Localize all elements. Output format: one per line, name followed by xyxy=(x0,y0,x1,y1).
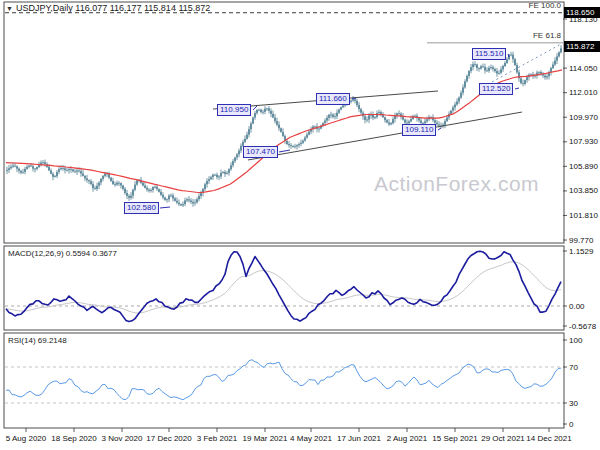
rsi-axis-label: 0 xyxy=(569,420,573,429)
date-axis-label: 4 May 2021 xyxy=(290,434,332,443)
rsi-axis-label: 70 xyxy=(569,363,578,372)
price-flag: 110.950 xyxy=(217,104,251,116)
price-flag: 111.660 xyxy=(316,93,350,105)
price-axis-label: 112.010 xyxy=(569,88,597,97)
date-axis-label: 17 Dec 2020 xyxy=(146,434,191,443)
date-axis-label: 3 Feb 2021 xyxy=(197,434,237,443)
macd-pane-title: MACD(12,26,9) 0.5594 0.3677 xyxy=(8,249,117,258)
trading-chart-window: ▼USDJPY,Daily 116.077 116.177 115.814 11… xyxy=(0,0,600,450)
panel-frames xyxy=(4,2,564,428)
date-axis-label: 3 Nov 2020 xyxy=(102,434,143,443)
rsi-pane xyxy=(5,360,563,403)
price-badge: 118.650 xyxy=(564,7,600,18)
macd-main-line xyxy=(6,251,561,321)
macd-axis-label: 1.1529 xyxy=(569,247,593,256)
watermark: ActionForex.com xyxy=(374,172,539,196)
price-flag: 112.520 xyxy=(479,83,513,95)
price-flag: 115.510 xyxy=(472,48,506,60)
macd-pane xyxy=(5,251,563,321)
price-flag: 109.110 xyxy=(402,124,436,136)
price-axis-label: 109.970 xyxy=(569,113,598,122)
price-flag: 107.470 xyxy=(243,146,278,158)
symbol-ohlc-label: USDJPY,Daily 116.077 116.177 115.814 115… xyxy=(16,3,210,13)
fib-expansion-label: FE 100.0 xyxy=(529,1,561,10)
macd-axis-label: 0.00 xyxy=(569,302,585,311)
price-flag: 102.580 xyxy=(124,202,159,214)
date-axis-label: 29 Oct 2021 xyxy=(481,434,525,443)
price-axis-label: 105.890 xyxy=(569,162,598,171)
date-axis-label: 18 Sep 2020 xyxy=(51,434,96,443)
symbol-title-bar: ▼USDJPY,Daily 116.077 116.177 115.814 11… xyxy=(6,3,210,13)
price-axis-label: 103.850 xyxy=(569,186,598,195)
chart-canvas[interactable] xyxy=(0,0,600,450)
axis-ticks xyxy=(26,19,567,432)
chart-dropdown-icon[interactable]: ▼ xyxy=(6,5,13,12)
date-axis-label: 19 Mar 2021 xyxy=(243,434,288,443)
rsi-pane-title: RSI(14) 69.2148 xyxy=(8,336,67,345)
price-badge: 115.872 xyxy=(564,41,600,52)
price-axis-label: 101.810 xyxy=(569,211,598,220)
date-axis-label: 15 Sep 2021 xyxy=(432,434,477,443)
price-axis-label: 114.050 xyxy=(569,64,597,73)
price-axis-label: 107.930 xyxy=(569,137,598,146)
rsi-line xyxy=(6,360,561,400)
date-axis-label: 14 Dec 2021 xyxy=(526,434,571,443)
date-axis-label: 5 Aug 2020 xyxy=(6,434,46,443)
rsi-axis-label: 100 xyxy=(569,336,582,345)
rsi-axis-label: 30 xyxy=(569,399,578,408)
price-axis-label: 99.770 xyxy=(569,236,593,245)
fib-expansion-label: FE 61.8 xyxy=(533,31,561,40)
date-axis-label: 17 Jun 2021 xyxy=(337,434,381,443)
date-axis-label: 2 Aug 2021 xyxy=(387,434,427,443)
macd-axis-label: -0.5678 xyxy=(569,322,596,331)
